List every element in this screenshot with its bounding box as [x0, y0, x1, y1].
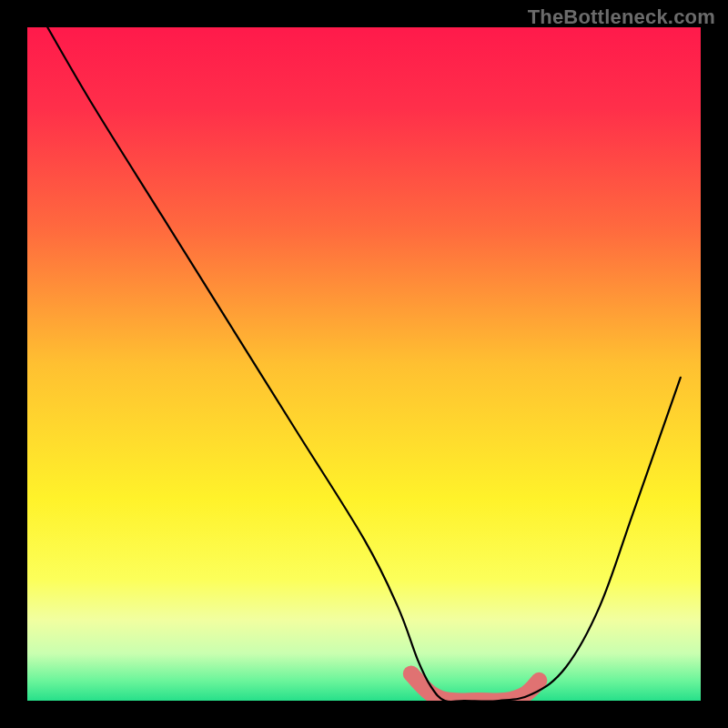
bottleneck-curve	[47, 27, 681, 701]
chart-frame: TheBottleneck.com	[0, 0, 728, 728]
watermark-text: TheBottleneck.com	[528, 5, 715, 29]
plot-area	[27, 27, 701, 701]
curve-layer	[27, 27, 701, 701]
